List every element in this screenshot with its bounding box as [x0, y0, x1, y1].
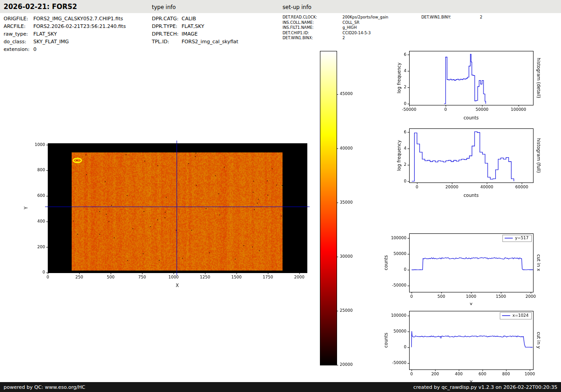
info-label: DET.WIN1.BINX:: [283, 36, 342, 41]
histogram-full-plot: [375, 123, 561, 201]
info-row-tpl-id: TPL.ID: FORS2_img_cal_skyflat: [152, 38, 238, 46]
info-value: 2: [342, 36, 345, 41]
raw-image-plot: [14, 133, 329, 297]
info-value: FORS2_IMG_CALSKY052.7.CHIP1.fits: [33, 15, 123, 23]
info-value: FORS2.2026-02-21T23:56:21.240.fits: [33, 23, 126, 30]
footer-right-text: created by qc_rawdisp.py v1.2.3 on 2026-…: [413, 384, 557, 390]
info-label: INS.FILT1.NAME:: [283, 25, 342, 31]
info-label: TPL.ID:: [152, 38, 182, 46]
info-value: FORS2_img_cal_skyflat: [182, 38, 238, 46]
info-row-dpr-catg: DPR.CATG: CALIB: [152, 15, 238, 23]
info-value: CCID20-14-5-3: [342, 31, 371, 36]
info-label: raw_type:: [4, 30, 33, 38]
info-row-dpr-type: DPR.TYPE: FLAT,SKY: [152, 23, 238, 30]
info-value: CALIB: [182, 15, 196, 23]
info-row-do-class: do_class: SKY_FLAT_IMG: [4, 38, 126, 46]
info-label: DPR.TYPE:: [152, 23, 182, 30]
info-row-extension: extension: 0: [4, 46, 126, 53]
info-value: COLL_SR: [342, 20, 360, 26]
info-row-det-read-clock: DET.READ.CLOCK: 200Kps/2ports/low_gain: [283, 15, 388, 20]
type-info-block: DPR.CATG: CALIB DPR.TYPE: FLAT,SKY DPR.T…: [152, 15, 238, 46]
info-value: FLAT,SKY: [182, 23, 204, 30]
info-row-origfile: ORIGFILE: FORS2_IMG_CALSKY052.7.CHIP1.fi…: [4, 15, 126, 23]
info-row-ins-filt1-name: INS.FILT1.NAME: g_HIGH: [283, 25, 388, 31]
info-value: SKY_FLAT_IMG: [33, 38, 69, 46]
footer-left-text: powered by QC: www.eso.org/HC: [4, 384, 85, 390]
info-row-det-chip1-id: DET.CHIP1.ID: CCID20-14-5-3: [283, 31, 388, 36]
info-label: DPR.TECH:: [152, 30, 182, 38]
histogram-detail-plot: [375, 45, 561, 124]
info-label: DET.READ.CLOCK:: [283, 15, 342, 20]
setup-info-extra-block: DET.WIN1.BINY: 2: [421, 15, 482, 20]
footer-bar: powered by QC: www.eso.org/HC created by…: [0, 382, 561, 392]
info-row-raw-type: raw_type: FLAT_SKY: [4, 30, 126, 38]
header-bar: 2026-02-21: FORS2 type info set-up info: [0, 0, 561, 13]
info-value: g_HIGH: [342, 25, 357, 31]
info-label: DET.CHIP1.ID:: [283, 31, 342, 36]
info-row-det-win1-biny: DET.WIN1.BINY: 2: [421, 15, 482, 20]
info-row-ins-coll-name: INS.COLL.NAME: COLL_SR: [283, 20, 388, 26]
info-row-dpr-tech: DPR.TECH: IMAGE: [152, 30, 238, 38]
info-value: 200Kps/2ports/low_gain: [342, 15, 388, 20]
info-value: IMAGE: [182, 30, 198, 38]
type-info-heading: type info: [152, 4, 176, 10]
info-value: 2: [480, 15, 482, 20]
info-label: INS.COLL.NAME:: [283, 20, 342, 26]
info-value: 0: [33, 46, 36, 53]
cut-in-y-plot: [375, 305, 561, 382]
info-value: FLAT_SKY: [33, 30, 57, 38]
info-label: ORIGFILE:: [4, 15, 33, 23]
info-label: DPR.CATG:: [152, 15, 182, 23]
cut-in-x-plot: [375, 228, 561, 305]
setup-info-block: DET.READ.CLOCK: 200Kps/2ports/low_gain I…: [283, 15, 388, 41]
info-row-det-win1-binx: DET.WIN1.BINX: 2: [283, 36, 388, 41]
info-label: ARCFILE:: [4, 23, 33, 30]
info-label: do_class:: [4, 38, 33, 46]
info-label: DET.WIN1.BINY:: [421, 15, 480, 20]
file-info-block: ORIGFILE: FORS2_IMG_CALSKY052.7.CHIP1.fi…: [4, 15, 126, 53]
setup-info-heading: set-up info: [283, 4, 311, 10]
colorbar: [315, 47, 367, 369]
info-label: extension:: [4, 46, 33, 53]
page-title: 2026-02-21: FORS2: [4, 3, 77, 11]
info-row-arcfile: ARCFILE: FORS2.2026-02-21T23:56:21.240.f…: [4, 23, 126, 30]
